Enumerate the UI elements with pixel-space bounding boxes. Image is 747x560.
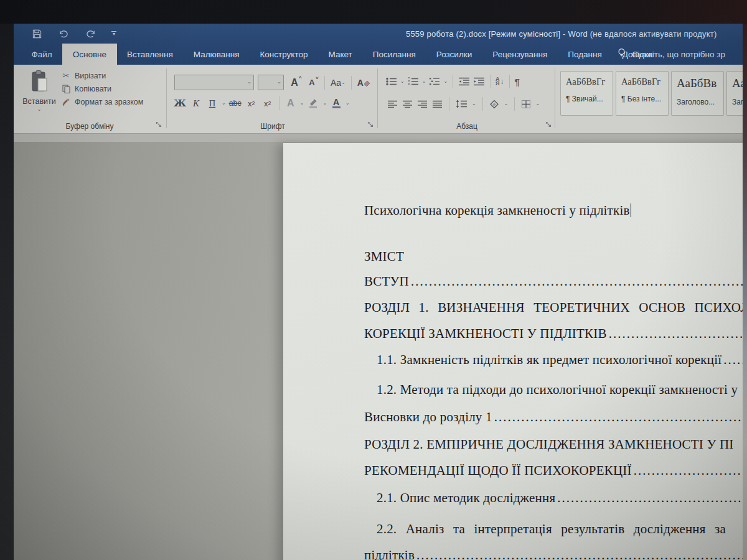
ribbon-tab[interactable]: Конструктор (250, 44, 318, 65)
style-card[interactable]: АаБбВвГг ¶ Без інте... (616, 71, 669, 116)
borders-dropdown-icon[interactable]: ⌄ (535, 101, 540, 106)
style-card[interactable]: АаБбВвГг ¶ Звичай... (560, 71, 613, 116)
document-line[interactable]: Психологічна корекція замкненості у підл… (364, 203, 631, 218)
shrink-font-button[interactable]: A˅ (305, 75, 319, 90)
grow-font-button[interactable]: A˄ (288, 75, 301, 90)
ribbon-tab[interactable]: Файл (21, 44, 62, 65)
document-line[interactable]: ЗМІСТ (364, 249, 404, 264)
strikethrough-button[interactable]: abc (228, 96, 242, 111)
document-page[interactable]: Психологічна корекція замкненості у підл… (283, 143, 743, 560)
shading-button[interactable] (489, 100, 500, 109)
ribbon-tab[interactable]: Розсилки (426, 44, 482, 65)
ribbon-tab[interactable]: Вставлення (117, 44, 184, 65)
copy-button[interactable]: Копіювати (61, 85, 143, 93)
ribbon-tab-label: Вставлення (127, 50, 173, 59)
document-line[interactable]: ВСТУП...................................… (364, 274, 743, 289)
ribbon-tab[interactable]: Посилання (362, 44, 426, 65)
document-line[interactable]: РОЗДІЛ 2. ЕМПІРИЧНЕ ДОСЛІДЖЕННЯ ЗАМКНЕНО… (364, 437, 733, 452)
italic-button[interactable]: К (189, 96, 203, 111)
document-line[interactable]: 1.1. Замкненість підлітків як предмет пс… (377, 352, 743, 368)
ribbon-tab[interactable]: Макет (318, 44, 362, 65)
line-spacing-dropdown-icon[interactable]: ⌄ (472, 101, 476, 106)
document-line[interactable]: 2.1. Опис методик дослідження...........… (377, 490, 743, 506)
document-line[interactable]: 1.2. Методи та підходи до психологічної … (377, 382, 738, 398)
justify-button[interactable] (432, 100, 443, 108)
underline-button[interactable]: П (205, 96, 219, 111)
ribbon-tab-label: Малювання (194, 50, 240, 59)
line-text: ВСТУП (364, 274, 409, 289)
customize-qat-icon[interactable]: ▾ (111, 31, 116, 36)
ribbon-tab[interactable]: Малювання (183, 44, 250, 65)
line-text: 1.2. Методи та підходи до психологічної … (377, 382, 738, 397)
up-tick-icon: ˄ (299, 75, 302, 80)
clipboard-group-label: Буфер обміну (14, 122, 166, 131)
change-case-button[interactable]: Aa ⌄ (331, 75, 345, 90)
line-text: 1.1. Замкненість підлітків як предмет пс… (377, 352, 721, 367)
paste-button[interactable]: Вставити ⌄ (21, 70, 57, 123)
bullet-list-button[interactable] (386, 77, 397, 86)
multilevel-list-button[interactable] (429, 77, 440, 86)
highlight-dropdown-icon[interactable]: ⌄ (322, 101, 327, 106)
shading-dropdown-icon[interactable]: ⌄ (504, 101, 509, 106)
document-line[interactable]: РОЗДІЛ 1. ВИЗНАЧЕННЯ ТЕОРЕТИЧНИХ ОСНОВ П… (364, 300, 743, 315)
clear-formatting-button[interactable]: A (357, 75, 371, 90)
chevron-down-icon: ⌄ (277, 80, 281, 85)
underline-dropdown-icon[interactable]: ⌄ (222, 101, 226, 106)
decrease-indent-button[interactable] (458, 77, 470, 86)
numbered-list-button[interactable] (408, 77, 419, 86)
sort-button[interactable]: АЯ ↓ (496, 77, 504, 86)
font-size-combo[interactable]: ⌄ (258, 75, 284, 90)
document-line[interactable]: КОРЕКЦІЇ ЗАМКНЕНОСТІ У ПІДЛІТКІВ........… (364, 326, 743, 342)
superscript-button[interactable]: x2 (261, 96, 275, 111)
show-paragraph-marks-button[interactable]: ¶ (515, 77, 520, 87)
clipboard-dialog-launcher-icon[interactable] (156, 119, 162, 130)
align-left-button[interactable] (387, 100, 398, 108)
lightbulb-icon (617, 48, 626, 60)
save-icon[interactable] (31, 28, 42, 39)
document-line[interactable]: РЕКОМЕНДАЦІЇ ЩОДО ЇЇ ПСИХОКОРЕКЦІЇ......… (364, 463, 743, 478)
align-center-button[interactable] (402, 100, 413, 108)
text-effects-dropdown-icon[interactable]: ⌄ (300, 101, 304, 106)
bullet-dropdown-icon[interactable]: ⌄ (400, 79, 405, 84)
ribbon-tab[interactable]: Подання (558, 44, 613, 65)
increase-indent-button[interactable] (473, 77, 485, 86)
paste-dropdown-icon[interactable]: ⌄ (37, 107, 42, 112)
format-painter-button[interactable]: Формат за зразком (61, 98, 143, 106)
style-name: Загол (732, 98, 743, 106)
undo-icon[interactable] (58, 28, 69, 39)
cut-button[interactable]: ✂ Вирізати (61, 71, 143, 80)
document-line[interactable]: Висновки до розділу 1...................… (364, 409, 743, 425)
dot-leader: ........................................… (416, 548, 743, 560)
bold-button[interactable]: Ж (173, 96, 187, 111)
font-name-combo[interactable]: ⌄ (174, 75, 254, 90)
style-card[interactable]: АаБбВ Загол (726, 71, 743, 116)
multilevel-dropdown-icon[interactable]: ⌄ (443, 79, 448, 84)
highlighter-icon (308, 98, 318, 108)
tell-me-box[interactable]: Скажіть, що потрібно зр (617, 44, 725, 65)
line-text: Психологічна корекція замкненості у підл… (364, 203, 630, 218)
borders-button[interactable] (521, 100, 531, 109)
document-line[interactable]: 2.2. Аналіз та інтерпретація результатів… (377, 521, 726, 537)
font-group: ⌄ ⌄ A˄ A˅ Aa ⌄ A (168, 65, 377, 133)
highlight-button[interactable] (306, 96, 320, 111)
ribbon-tab-label: Розсилки (436, 50, 472, 59)
paragraph-dialog-launcher-icon[interactable] (545, 119, 552, 130)
document-line[interactable]: підлітків...............................… (364, 548, 743, 560)
subscript-button[interactable]: x2 (245, 96, 258, 111)
line-text: підлітків (364, 548, 415, 560)
font-color-button[interactable]: A (329, 96, 343, 111)
ribbon-tab[interactable]: Рецензування (482, 44, 558, 65)
ribbon-tab-label: Конструктор (260, 50, 308, 59)
style-card[interactable]: АаБбВв Заголово... (671, 71, 724, 116)
ribbon-tab[interactable]: Основне (62, 44, 116, 65)
clipboard-mini-buttons: ✂ Вирізати Копіювати (61, 71, 143, 106)
line-text: Висновки до розділу 1 (364, 409, 492, 424)
numbered-dropdown-icon[interactable]: ⌄ (422, 79, 426, 84)
align-right-button[interactable] (417, 100, 428, 108)
font-color-dropdown-icon[interactable]: ⌄ (345, 101, 350, 106)
font-dialog-launcher-icon[interactable] (367, 119, 374, 130)
redo-icon[interactable] (85, 28, 96, 39)
text-effects-button[interactable]: A (284, 96, 298, 111)
group-divider (166, 68, 167, 128)
line-spacing-button[interactable] (456, 100, 467, 108)
